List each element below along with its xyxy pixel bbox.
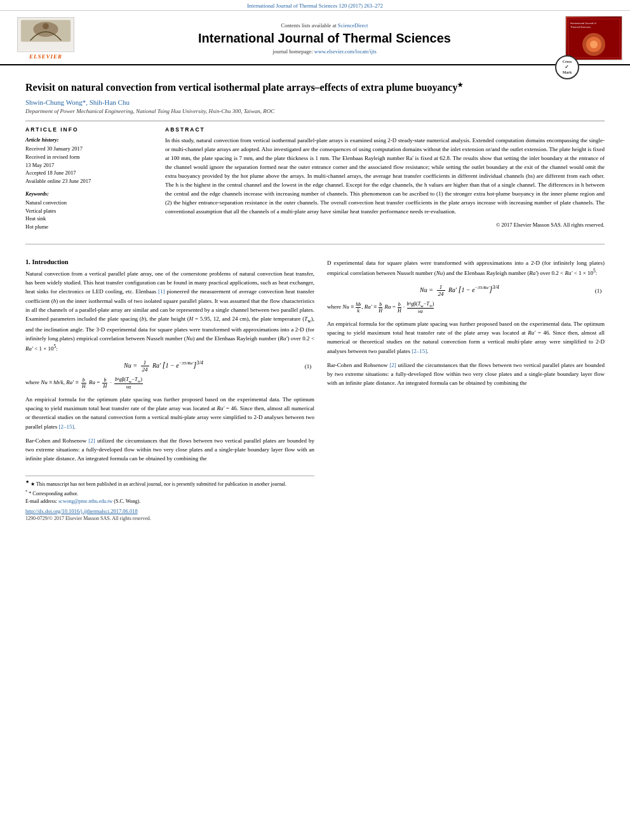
main-content: 1. Introduction Natural convection from … bbox=[0, 258, 630, 521]
section1-para1: Natural convection from a vertical paral… bbox=[25, 269, 314, 353]
section1-title: 1. Introduction bbox=[25, 258, 314, 265]
svg-point-3 bbox=[43, 23, 49, 29]
journal-title-block: Contents lists available at ScienceDirec… bbox=[84, 22, 565, 55]
article-body: Revisit on natural convection from verti… bbox=[0, 65, 630, 258]
svg-text:International Journal of: International Journal of bbox=[570, 22, 597, 25]
right-para3: Bar-Cohen and Rohsenow [2] utilized the … bbox=[327, 361, 605, 388]
svg-text:Thermal Sciences: Thermal Sciences bbox=[570, 25, 591, 29]
homepage-link[interactable]: www.elsevier.com/locate/ijts bbox=[314, 48, 377, 55]
footnote-star: ★ ★ This manuscript has not been publish… bbox=[25, 479, 314, 488]
abstract-column: ABSTRACT In this study, natural convecti… bbox=[165, 126, 605, 236]
article-info-abstract: ARTICLE INFO Article history: Received 3… bbox=[25, 121, 605, 236]
section-divider bbox=[25, 244, 605, 244]
right-column: D experimental data for square plates we… bbox=[327, 258, 605, 521]
left-column: 1. Introduction Natural convection from … bbox=[25, 258, 314, 521]
doi-link[interactable]: http://dx.doi.org/10.1016/j.ijthermalsci… bbox=[25, 508, 138, 514]
footnote-area: ★ ★ This manuscript has not been publish… bbox=[25, 476, 314, 521]
top-bar: International Journal of Thermal Science… bbox=[0, 0, 630, 11]
article-title: Revisit on natural convection from verti… bbox=[25, 81, 605, 95]
journal-cover-image: International Journal of Thermal Science… bbox=[565, 16, 622, 60]
where-line: where Nu ≡ hb/k, Ra' ≡ bH Ra = bH · b³gβ… bbox=[25, 377, 314, 390]
formula1-right: Nu = 1 24 Ra' [1 − e−35/Ra']3/4 (1) bbox=[327, 284, 605, 297]
article-history: Article history: Received 30 January 201… bbox=[25, 137, 152, 185]
section1-para2: An empirical formula for the optimum pla… bbox=[25, 395, 314, 431]
section1-para3: Bar-Cohen and Rohsenow [2] utilized the … bbox=[25, 436, 314, 463]
sciencedirect-link[interactable]: ScienceDirect bbox=[338, 22, 368, 29]
footnote-corresponding: * * Corresponding author. bbox=[25, 488, 314, 498]
affiliation: Department of Power Mechanical Engineeri… bbox=[25, 108, 605, 114]
ref2-link[interactable]: [2] bbox=[88, 437, 95, 444]
right-para2: An empirical formula for the optimum pla… bbox=[327, 319, 605, 356]
elsevier-label: ELSEVIER bbox=[29, 53, 62, 60]
formula1-block: Nu = 1 24 Ra' [1 − e−35/Ra']3/4 (1) bbox=[25, 359, 314, 373]
formula1: Nu = 1 24 Ra' [1 − e−35/Ra']3/4 (1) bbox=[32, 359, 314, 373]
right-para1: D experimental data for square plates we… bbox=[327, 258, 605, 277]
where-line-right: where Nu ≡ hbk, Ra' ≡ bH Ra = bH · b³gβ(… bbox=[327, 301, 605, 314]
svg-point-10 bbox=[590, 41, 598, 48]
issn-line: 1290-0729/© 2017 Elsevier Masson SAS. Al… bbox=[25, 516, 314, 521]
abstract-heading: ABSTRACT bbox=[165, 126, 605, 133]
journal-homepage: journal homepage: www.elsevier.com/locat… bbox=[84, 48, 565, 55]
ref2-15-right-link[interactable]: [2–15] bbox=[412, 348, 427, 354]
footnote-email: E-mail address: scwong@pme.nthu.edu.tw (… bbox=[25, 498, 314, 505]
contents-line: Contents lists available at ScienceDirec… bbox=[84, 22, 565, 29]
detected-plates: plates bbox=[499, 371, 512, 377]
copyright: © 2017 Elsevier Masson SAS. All rights r… bbox=[165, 222, 605, 228]
elsevier-logo-container: ELSEVIER bbox=[8, 17, 84, 60]
ref1-link[interactable]: [1] bbox=[158, 288, 165, 295]
journal-title: International Journal of Thermal Science… bbox=[84, 31, 565, 46]
email-link[interactable]: scwong@pme.nthu.edu.tw bbox=[58, 498, 112, 504]
crossmark-badge: Cross ✓ Mark bbox=[555, 55, 579, 79]
ref2-right-link[interactable]: [2] bbox=[389, 362, 396, 368]
article-info-heading: ARTICLE INFO bbox=[25, 126, 152, 133]
formula1-right-eq: Nu = 1 24 Ra' [1 − e−35/Ra']3/4 (1) bbox=[333, 284, 605, 297]
journal-header: ELSEVIER Contents lists available at Sci… bbox=[0, 11, 630, 65]
doi-line: http://dx.doi.org/10.1016/j.ijthermalsci… bbox=[25, 508, 314, 514]
abstract-text: In this study, natural convection from v… bbox=[165, 137, 605, 216]
authors: Shwin-Chung Wong*, Shih-Han Chu bbox=[25, 98, 605, 106]
keywords: Keywords: Natural convection Vertical pl… bbox=[25, 190, 152, 231]
ref2-15-link[interactable]: [2–15] bbox=[58, 423, 74, 430]
journal-citation: International Journal of Thermal Science… bbox=[247, 3, 383, 9]
elsevier-logo-image bbox=[17, 17, 74, 52]
article-info-column: ARTICLE INFO Article history: Received 3… bbox=[25, 126, 152, 236]
